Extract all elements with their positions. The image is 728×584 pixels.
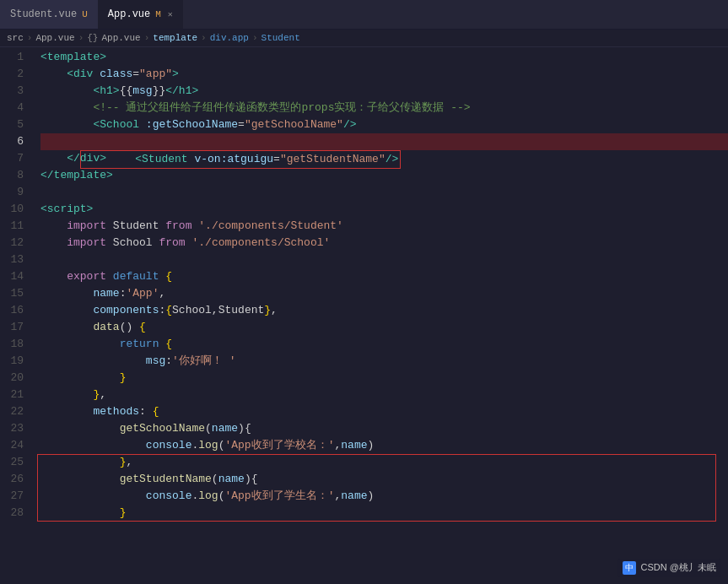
ln-18: 18 bbox=[0, 336, 24, 353]
ln-1: 1 bbox=[0, 49, 24, 66]
code-line-6: <Student v-on:atguigu="getStudentName"/> bbox=[40, 133, 728, 150]
ln-21: 21 bbox=[0, 387, 24, 403]
ln-28: 28 bbox=[0, 505, 24, 522]
code-line-5: <School :getSchoolName="getSchoolName"/> bbox=[40, 116, 728, 133]
code-line-20: } bbox=[40, 370, 728, 387]
ln-23: 23 bbox=[0, 420, 24, 437]
code-line-17: data() { bbox=[40, 319, 728, 336]
ln-3: 3 bbox=[0, 83, 24, 100]
code-line-14: export default { bbox=[40, 268, 728, 285]
bc-src: src bbox=[7, 33, 24, 43]
code-line-9 bbox=[40, 184, 728, 201]
code-line-24: console.log('App收到了学校名：',name) bbox=[40, 437, 728, 454]
code-line-3: <h1>{{msg}}</h1> bbox=[40, 83, 728, 100]
code-line-15: name:'App', bbox=[40, 285, 728, 302]
ln-14: 14 bbox=[0, 268, 24, 285]
breadcrumb: src › App.vue › {} App.vue › template › … bbox=[0, 30, 728, 47]
bc-sep2: › bbox=[78, 33, 84, 43]
tab-status-u: U bbox=[82, 9, 88, 19]
ln-11: 11 bbox=[0, 218, 24, 235]
bc-sep3: › bbox=[144, 33, 150, 43]
ln-20: 20 bbox=[0, 370, 24, 387]
tab-student-vue[interactable]: Student.vue U bbox=[0, 0, 98, 29]
ln-26: 26 bbox=[0, 471, 24, 488]
code-line-21: }, bbox=[40, 387, 728, 403]
bc-sep5: › bbox=[252, 33, 258, 43]
code-line-19: msg:'你好啊！ ' bbox=[40, 353, 728, 370]
code-line-25: }, bbox=[40, 454, 728, 471]
ln-5: 5 bbox=[0, 116, 24, 133]
code-line-11: import Student from './components/Studen… bbox=[40, 218, 728, 235]
ln-16: 16 bbox=[0, 302, 24, 319]
code-line-2: <div class="app"> bbox=[40, 66, 728, 83]
ln-7: 7 bbox=[0, 150, 24, 167]
ln-27: 27 bbox=[0, 488, 24, 505]
watermark-icon: 中 bbox=[623, 561, 636, 575]
code-line-27: console.log('App收到了学生名：',name) bbox=[40, 488, 728, 505]
ln-17: 17 bbox=[0, 319, 24, 336]
ln-12: 12 bbox=[0, 235, 24, 251]
bc-braces: {} bbox=[87, 33, 98, 43]
code-line-8: </template> bbox=[40, 167, 728, 184]
code-line-1: <template> bbox=[40, 49, 728, 66]
ln-24: 24 bbox=[0, 437, 24, 454]
code-line-28: } bbox=[40, 505, 728, 522]
tab-close-icon[interactable]: ✕ bbox=[168, 9, 173, 19]
code-line-12: import School from './components/School' bbox=[40, 235, 728, 251]
ln-15: 15 bbox=[0, 285, 24, 302]
code-line-7: </div> bbox=[40, 150, 728, 167]
ln-2: 2 bbox=[0, 66, 24, 83]
ln-19: 19 bbox=[0, 353, 24, 370]
code-area: <template> <div class="app"> <h1>{{msg}}… bbox=[32, 47, 728, 580]
bc-app-vue-1: App.vue bbox=[35, 33, 74, 43]
bc-template: template bbox=[153, 33, 197, 43]
ln-4: 4 bbox=[0, 100, 24, 116]
ln-10: 10 bbox=[0, 201, 24, 218]
ln-25: 25 bbox=[0, 454, 24, 471]
code-line-22: methods: { bbox=[40, 403, 728, 420]
editor: 1 2 3 4 5 6 7 8 9 10 11 12 13 14 15 16 1… bbox=[0, 47, 728, 580]
tab-label: App.vue bbox=[108, 8, 150, 20]
ln-9: 9 bbox=[0, 184, 24, 201]
ln-8: 8 bbox=[0, 167, 24, 184]
code-line-18: return { bbox=[40, 336, 728, 353]
code-line-10: <script> bbox=[40, 201, 728, 218]
bc-student: Student bbox=[262, 33, 300, 43]
tab-app-vue[interactable]: App.vue M ✕ bbox=[98, 0, 183, 29]
code-line-4: <!-- 通过父组件给子组件传递函数类型的props实现：子给父传递数据 --> bbox=[40, 100, 728, 116]
bc-app-vue-2: App.vue bbox=[101, 33, 140, 43]
ln-6: 6 bbox=[0, 133, 24, 150]
bc-sep1: › bbox=[27, 33, 33, 43]
code-line-16: components:{School,Student}, bbox=[40, 302, 728, 319]
watermark-text: CSDN @桃丿未眠 bbox=[641, 562, 716, 572]
watermark: 中 CSDN @桃丿未眠 bbox=[617, 559, 721, 577]
tab-bar: Student.vue U App.vue M ✕ bbox=[0, 0, 728, 30]
tab-label: Student.vue bbox=[10, 8, 77, 20]
bc-sep4: › bbox=[201, 33, 207, 43]
code-line-23: getSchoolName(name){ bbox=[40, 420, 728, 437]
line-numbers: 1 2 3 4 5 6 7 8 9 10 11 12 13 14 15 16 1… bbox=[0, 47, 32, 580]
tab-status-m: M bbox=[155, 9, 161, 19]
code-line-13 bbox=[40, 251, 728, 268]
ln-13: 13 bbox=[0, 251, 24, 268]
ln-22: 22 bbox=[0, 403, 24, 420]
bc-div-app: div.app bbox=[210, 33, 249, 43]
block-highlight-container: }, getStudentName(name){ console.log('Ap… bbox=[40, 454, 728, 522]
code-line-26: getStudentName(name){ bbox=[40, 471, 728, 488]
